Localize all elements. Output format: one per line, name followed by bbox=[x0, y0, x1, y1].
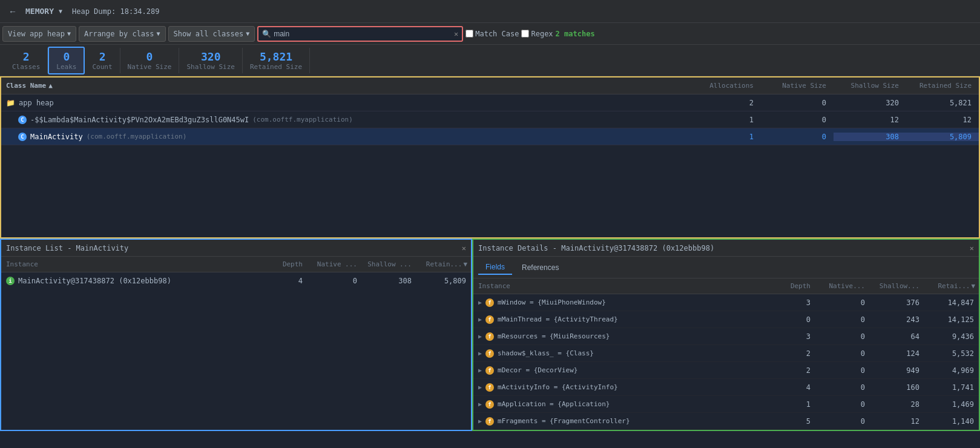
field-icon: f bbox=[485, 315, 494, 324]
arrange-by-class-label: Arrange by class bbox=[84, 30, 154, 38]
details-scroll[interactable]: ▶ f mWindow = {MiuiPhoneWindow} 3 0 376 … bbox=[473, 294, 979, 430]
table-row[interactable]: ▶ f mDecor = {DecorView} 2 0 949 4,969 bbox=[473, 362, 979, 379]
arrange-by-class-dropdown[interactable]: Arrange by class ▼ bbox=[79, 26, 166, 42]
retained-size-value: 5,821 bbox=[260, 50, 292, 63]
expand-icon[interactable]: ▶ bbox=[478, 333, 482, 340]
shallow-size-label: Shallow Size bbox=[186, 63, 234, 71]
folder-icon: 📁 bbox=[6, 99, 15, 107]
classes-value: 2 bbox=[23, 50, 30, 63]
match-case-label: Match Case bbox=[465, 30, 519, 38]
table-row[interactable]: ▶ f mMainThread = {ActivityThread} 0 0 2… bbox=[473, 311, 979, 328]
stat-leaks[interactable]: 0 Leaks bbox=[48, 47, 85, 74]
table-row[interactable]: 📁 app heap 2 0 320 5,821 bbox=[1, 94, 979, 111]
table-row[interactable]: ▶ f mApplication = {Application} 1 0 28 … bbox=[473, 396, 979, 413]
native-size-label: Native Size bbox=[128, 63, 172, 71]
details-panel-title: Instance Details - MainActivity@31743887… bbox=[478, 244, 714, 252]
row-shallow-size: 12 bbox=[834, 116, 906, 124]
field-shallow: 28 bbox=[870, 400, 924, 409]
field-icon: f bbox=[485, 400, 494, 409]
field-shallow: 12 bbox=[870, 417, 924, 426]
row-native-size: 0 bbox=[761, 99, 834, 107]
table-row[interactable]: C MainActivity (com.ooftf.myapplication)… bbox=[1, 128, 979, 145]
field-shallow: 243 bbox=[870, 315, 924, 324]
sort-arrow-icon: ▼ bbox=[971, 282, 975, 290]
field-retain: 1,140 bbox=[924, 417, 979, 426]
instance-name: i MainActivity@317438872 (0x12ebbb98) bbox=[1, 277, 253, 285]
table-row[interactable]: ▶ f shadow$_klass_ = {Class} 2 0 124 5,5… bbox=[473, 345, 979, 362]
expand-icon[interactable]: ▶ bbox=[478, 350, 482, 357]
field-depth: 0 bbox=[761, 315, 815, 324]
instance-shallow: 308 bbox=[362, 277, 416, 285]
row-shallow-size: 320 bbox=[834, 99, 906, 107]
instance-panel-close-button[interactable]: ✕ bbox=[462, 244, 466, 252]
th-class-name[interactable]: Class Name ▲ bbox=[1, 82, 688, 90]
expand-icon[interactable]: ▶ bbox=[478, 299, 482, 306]
table-row[interactable]: ▶ f mActivityInfo = {ActivityInfo} 4 0 1… bbox=[473, 379, 979, 396]
th-shallow-size[interactable]: Shallow Size bbox=[834, 82, 906, 90]
field-retain: 4,969 bbox=[924, 366, 979, 375]
class-table: Class Name ▲ Allocations Native Size Sha… bbox=[0, 76, 980, 239]
field-name: ▶ f mFragments = {FragmentController} bbox=[473, 417, 761, 426]
back-button[interactable]: ← bbox=[5, 5, 21, 18]
table-row[interactable]: ▶ f mResources = {MiuiResources} 3 0 64 … bbox=[473, 328, 979, 345]
dropdown-arrow-memory[interactable]: ▼ bbox=[59, 8, 62, 15]
field-shallow: 160 bbox=[870, 383, 924, 392]
th-native-size[interactable]: Native Size bbox=[761, 82, 834, 90]
table-row[interactable]: C -$$Lambda$MainActivity$PVn2OxA2mEBd3gu… bbox=[1, 111, 979, 128]
field-icon: f bbox=[485, 383, 494, 392]
instance-table-header: Instance Depth Native ... Shallow ... Re… bbox=[1, 257, 471, 272]
table-row[interactable]: ▶ f mFragments = {FragmentController} 5 … bbox=[473, 413, 979, 430]
view-app-heap-dropdown[interactable]: View app heap ▼ bbox=[2, 26, 76, 42]
expand-icon[interactable]: ▶ bbox=[478, 401, 482, 407]
ith-native: Native ... bbox=[307, 260, 362, 268]
field-native: 0 bbox=[815, 366, 870, 375]
memory-label: MEMORY bbox=[25, 7, 54, 16]
expand-icon[interactable]: ▶ bbox=[478, 384, 482, 390]
row-class-name: C MainActivity (com.ooftf.myapplication) bbox=[1, 133, 688, 141]
field-depth: 3 bbox=[761, 298, 815, 307]
tab-fields[interactable]: Fields bbox=[478, 260, 512, 275]
expand-icon[interactable]: ▶ bbox=[478, 316, 482, 323]
class-icon: C bbox=[18, 133, 27, 141]
expand-icon[interactable]: ▶ bbox=[478, 367, 482, 374]
stat-retained-size: 5,821 Retained Size bbox=[243, 48, 310, 73]
native-size-value: 0 bbox=[146, 50, 153, 63]
tab-references[interactable]: References bbox=[515, 261, 566, 274]
search-clear-button[interactable]: ✕ bbox=[454, 30, 458, 38]
field-icon: f bbox=[485, 332, 494, 341]
field-depth: 3 bbox=[761, 332, 815, 341]
leaks-value: 0 bbox=[64, 50, 70, 63]
field-retain: 5,532 bbox=[924, 349, 979, 358]
field-retain: 1,469 bbox=[924, 400, 979, 409]
table-row[interactable]: ▶ f mWindow = {MiuiPhoneWindow} 3 0 376 … bbox=[473, 294, 979, 311]
stat-classes: 2 Classes bbox=[5, 48, 48, 73]
th-allocations[interactable]: Allocations bbox=[688, 82, 761, 90]
match-case-checkbox[interactable] bbox=[465, 30, 473, 38]
th-retained-size[interactable]: Retained Size bbox=[906, 82, 979, 90]
show-all-classes-dropdown[interactable]: Show all classes ▼ bbox=[168, 26, 255, 42]
regex-checkbox[interactable] bbox=[521, 30, 529, 38]
field-shallow: 376 bbox=[870, 298, 924, 307]
stat-native-size: 0 Native Size bbox=[120, 48, 180, 73]
field-shallow: 64 bbox=[870, 332, 924, 341]
search-input[interactable] bbox=[274, 30, 452, 38]
field-depth: 2 bbox=[761, 349, 815, 358]
field-retain: 14,125 bbox=[924, 315, 979, 324]
stat-count: 2 Count bbox=[85, 48, 120, 73]
instance-icon: i bbox=[6, 277, 15, 285]
row-allocations: 1 bbox=[688, 133, 761, 141]
field-retain: 9,436 bbox=[924, 332, 979, 341]
search-box[interactable]: 🔍 ✕ bbox=[257, 26, 463, 42]
details-panel: Instance Details - MainActivity@31743887… bbox=[472, 239, 980, 431]
details-panel-close-button[interactable]: ✕ bbox=[970, 244, 974, 252]
field-name: ▶ f mActivityInfo = {ActivityInfo} bbox=[473, 383, 761, 392]
list-item[interactable]: i MainActivity@317438872 (0x12ebbb98) 4 … bbox=[1, 272, 471, 289]
field-name: ▶ f mMainThread = {ActivityThread} bbox=[473, 315, 761, 324]
details-tabs: Fields References bbox=[473, 257, 979, 278]
top-bar: ← MEMORY ▼ Heap Dump: 18:34.289 bbox=[0, 0, 980, 23]
row-allocations: 1 bbox=[688, 116, 761, 124]
sort-arrow-icon: ▼ bbox=[463, 260, 467, 268]
row-class-name: C -$$Lambda$MainActivity$PVn2OxA2mEBd3gu… bbox=[1, 116, 688, 124]
expand-icon[interactable]: ▶ bbox=[478, 418, 482, 424]
matches-count: 2 matches bbox=[556, 30, 595, 38]
